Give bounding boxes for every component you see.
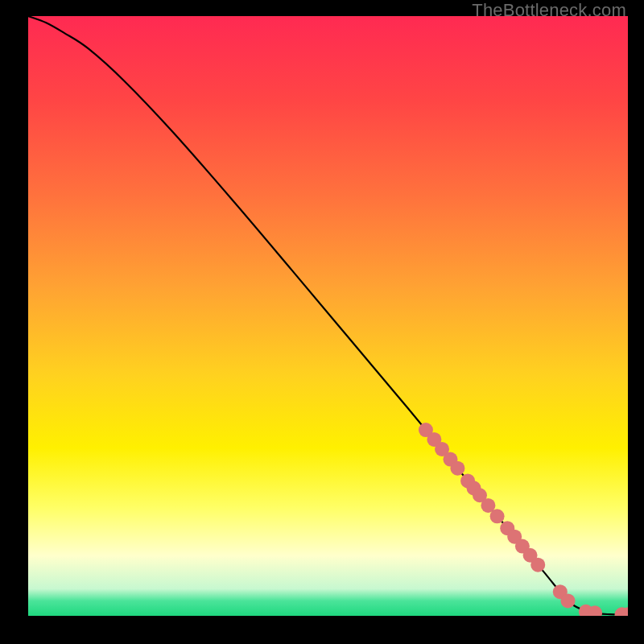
data-point: [561, 593, 576, 608]
data-point: [490, 509, 505, 523]
gradient-background: [28, 16, 628, 616]
watermark-text: TheBottleneck.com: [472, 0, 626, 21]
chart-svg: [28, 16, 628, 616]
plot-area: [28, 16, 628, 616]
chart-frame: TheBottleneck.com: [0, 0, 644, 644]
data-point: [450, 461, 464, 476]
data-point: [530, 558, 545, 572]
